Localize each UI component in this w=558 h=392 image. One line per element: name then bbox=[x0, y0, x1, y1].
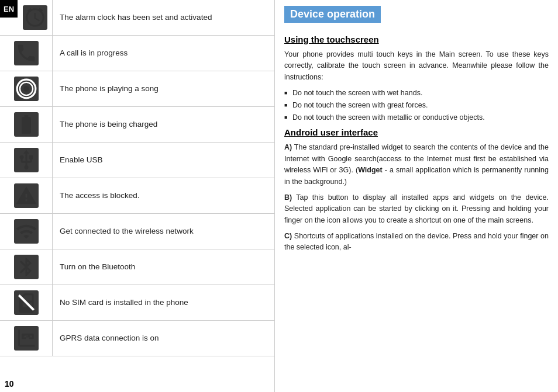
letter-0: A) bbox=[284, 143, 292, 151]
sim-icon bbox=[14, 290, 39, 315]
warning-icon bbox=[14, 183, 39, 208]
widget-bold: Widget bbox=[358, 166, 383, 174]
lettered-item-0: A) The standard pre-installed widget to … bbox=[284, 142, 549, 188]
bullet-item-1: Do not touch the screen with great force… bbox=[284, 100, 549, 111]
row-text-blocked: The access is blocked. bbox=[53, 186, 147, 206]
usb-icon bbox=[14, 148, 39, 172]
bullet-list: Do not touch the screen with wet hands.D… bbox=[284, 88, 549, 123]
row-text-wifi: Get connected to the wireless network bbox=[53, 221, 201, 242]
letter-2: C) bbox=[284, 232, 292, 240]
icon-cell-blocked bbox=[0, 178, 53, 213]
alarm-icon bbox=[23, 5, 47, 30]
row-text-call: A call is in progress bbox=[53, 43, 135, 64]
page-number: 10 bbox=[0, 376, 274, 392]
icon-cell-charging bbox=[0, 107, 53, 142]
subsection2-title: Android user interface bbox=[284, 127, 549, 137]
icon-row-usb: Enable USB bbox=[0, 143, 274, 178]
row-text-music: The phone is playing a song bbox=[53, 79, 166, 99]
section-title: Device operation bbox=[284, 6, 381, 23]
subsection1-intro: Your phone provides multi touch keys in … bbox=[284, 49, 549, 83]
bluetooth-icon bbox=[14, 255, 39, 279]
icon-cell-music bbox=[0, 71, 53, 106]
icon-row-alarm: The alarm clock has been set and activat… bbox=[0, 0, 274, 36]
music-icon bbox=[14, 77, 39, 101]
icon-row-blocked: The access is blocked. bbox=[0, 178, 274, 214]
subsection1-title: Using the touchscreen bbox=[284, 34, 549, 44]
icon-row-charging: The phone is being charged bbox=[0, 107, 274, 143]
letter-1: B) bbox=[284, 193, 292, 202]
row-text-simcard: No SIM card is installed in the phone bbox=[53, 293, 195, 313]
icon-cell-gprs bbox=[0, 321, 53, 356]
icon-row-bluetooth: Turn on the Bluetooth bbox=[0, 249, 274, 285]
left-panel: EN The alarm clock has been set and acti… bbox=[0, 0, 275, 392]
icon-cell-bluetooth bbox=[0, 249, 53, 285]
icon-row-wifi: Get connected to the wireless network bbox=[0, 214, 274, 249]
language-badge: EN bbox=[0, 0, 18, 18]
charging-icon bbox=[14, 112, 39, 137]
icon-cell-call bbox=[0, 36, 53, 71]
svg-point-1 bbox=[23, 86, 29, 92]
wifi-icon bbox=[14, 219, 39, 244]
icon-cell-usb bbox=[0, 143, 53, 178]
icon-cell-simcard bbox=[0, 285, 53, 320]
row-text-bluetooth: Turn on the Bluetooth bbox=[53, 257, 142, 277]
icon-row-gprs: GPRS data connection is on bbox=[0, 321, 274, 356]
row-text-gprs: GPRS data connection is on bbox=[53, 328, 166, 349]
row-text-usb: Enable USB bbox=[53, 150, 110, 171]
right-panel: Device operation Using the touchscreen Y… bbox=[275, 0, 558, 392]
bullet-item-0: Do not touch the screen with wet hands. bbox=[284, 88, 549, 99]
gprs-icon bbox=[14, 326, 39, 351]
icon-row-simcard: No SIM card is installed in the phone bbox=[0, 285, 274, 321]
lettered-item-1: B) Tap this button to display all instal… bbox=[284, 192, 549, 226]
icon-row-music: The phone is playing a song bbox=[0, 71, 274, 107]
row-text-alarm: The alarm clock has been set and activat… bbox=[53, 8, 219, 28]
row-text-charging: The phone is being charged bbox=[53, 115, 164, 135]
bullet-item-2: Do not touch the screen with metallic or… bbox=[284, 112, 549, 123]
icon-row-call: A call is in progress bbox=[0, 36, 274, 71]
lettered-item-2: C) Shortcuts of applications installed o… bbox=[284, 231, 549, 254]
call-icon bbox=[14, 41, 39, 65]
icon-cell-wifi bbox=[0, 214, 53, 249]
